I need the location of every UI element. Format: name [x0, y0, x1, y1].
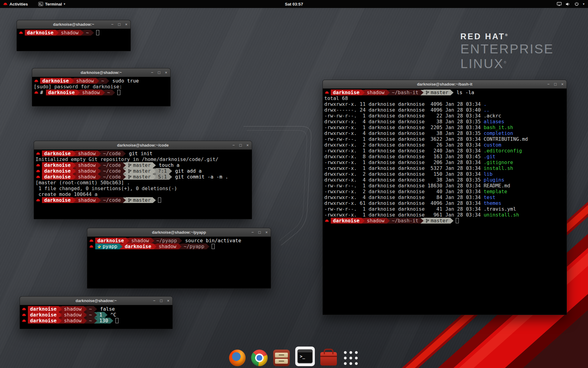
file-meta: -rwxrwxr-x. 1 darknoise darknoise 206 Ja… [324, 159, 484, 165]
terminal-content[interactable]: darknoiseshadow~/pyapp source bin/activa… [87, 237, 271, 288]
window-titlebar[interactable]: darknoise@shadow:~/code − □ × [34, 141, 252, 150]
terminal-content[interactable]: darknoiseshadow~/bash-itmaster ls -latot… [323, 89, 567, 315]
activities-button[interactable]: Activities [0, 0, 31, 8]
terminal-content[interactable]: darknoiseshadow~ [17, 29, 130, 51]
close-button[interactable]: × [246, 143, 249, 147]
file-meta: drwxrwxr-x. 2 darknoise darknoise 26 Jan… [324, 142, 484, 148]
minimize-button[interactable]: − [153, 299, 156, 303]
minimize-button[interactable]: − [232, 143, 235, 147]
prompt-segment-user: darknoise [42, 168, 73, 174]
command-text: ^C [107, 312, 116, 318]
terminal-icon[interactable]: >_ [297, 349, 313, 363]
redhat-icon [36, 198, 40, 202]
minimize-button[interactable]: − [251, 230, 254, 234]
terminal-window: darknoise@shadow:~ − □ × darknoiseshadow… [20, 296, 173, 329]
redhat-prompt-icon [89, 245, 95, 248]
redhat-icon [36, 152, 40, 155]
output-line: total 68 [324, 95, 567, 101]
maximize-button[interactable]: □ [239, 143, 242, 147]
file-manager-icon[interactable] [273, 350, 290, 366]
maximize-button[interactable]: □ [118, 22, 121, 26]
command-text: touch a [156, 162, 179, 168]
window-title: darknoise@shadow:~ [81, 70, 122, 75]
file-name: . [484, 101, 487, 107]
prompt-segment-user: darknoise [25, 30, 56, 36]
output-line: Initialized empty Git repository in /hom… [36, 156, 252, 162]
output-line: -rw-rw-r--. 1 darknoise darknoise 22 Jan… [324, 113, 567, 119]
terminal-app-icon [38, 2, 43, 6]
terminal-dock-highlight[interactable]: >_ [295, 347, 315, 366]
maximize-button[interactable]: □ [158, 71, 160, 75]
powerline-separator-icon [73, 168, 76, 174]
close-button[interactable]: × [265, 230, 268, 234]
prompt-segment-path: ~/code [101, 151, 123, 156]
maximize-button[interactable]: □ [160, 299, 163, 303]
brand-linux-text: LINUX® [460, 56, 554, 71]
powerline-separator-icon [420, 218, 424, 224]
terminal-content[interactable]: darknoiseshadow~/code git initInitialize… [34, 150, 252, 219]
prompt-segment-host: shadow [62, 318, 84, 324]
minimize-button[interactable]: − [111, 22, 114, 26]
prompt-segment-host: shadow [76, 197, 98, 203]
window-titlebar[interactable]: darknoise@shadow:~ − □ × [32, 68, 170, 77]
prompt-line: # darknoiseshadow~ [34, 90, 170, 95]
output-line: drwxrwxr-x. 2 darknoise darknoise 26 Jan… [324, 142, 567, 148]
prompt-segment-path: ~ [99, 78, 107, 84]
system-status-area[interactable]: ▾ [556, 0, 586, 8]
powerline-separator-icon [362, 218, 365, 224]
window-titlebar[interactable]: darknoise@shadow:~/bash-it − □ × [323, 80, 567, 89]
window-titlebar[interactable]: darknoise@shadow:~ − □ × [17, 20, 130, 29]
file-name: themes [484, 200, 501, 206]
redhat-icon [22, 319, 26, 323]
output-line: -rwxrwxr-x. 1 darknoise darknoise 240 Ja… [324, 148, 567, 154]
powerline-separator-icon [84, 312, 87, 318]
powerline-separator-icon [151, 238, 154, 243]
close-button[interactable]: × [561, 82, 564, 86]
terminal-content[interactable]: darknoiseshadow~ falsedarknoiseshadow~1 … [20, 305, 172, 329]
prompt-segment-host: shadow [62, 306, 84, 312]
output-text: total 68 [324, 95, 348, 101]
redhat-icon [36, 175, 40, 179]
prompt-segment-user: darknoise [28, 306, 59, 312]
firefox-icon[interactable] [229, 350, 246, 366]
maximize-button[interactable]: □ [258, 230, 261, 234]
window-title: darknoise@shadow:~/bash-it [417, 82, 473, 86]
redhat-prompt-icon [36, 152, 42, 155]
prompt-segment-user: darknoise [42, 151, 73, 156]
app-menu[interactable]: Terminal ▾ [36, 0, 68, 8]
window-titlebar[interactable]: darknoise@shadow:~/pyapp − □ × [87, 228, 271, 237]
powerline-separator-icon [94, 312, 97, 318]
close-button[interactable]: × [125, 22, 127, 26]
prompt-segment-path: ~/code [101, 162, 123, 168]
powerline-separator-icon [153, 174, 156, 180]
prompt-segment-host: shadow [76, 151, 98, 156]
display-status-icon[interactable] [557, 2, 562, 6]
toolbox-icon[interactable] [320, 352, 337, 366]
output-line: -rw-rw-r--. 1 darknoise darknoise 3622 J… [324, 136, 567, 142]
window-titlebar[interactable]: darknoise@shadow:~ − □ × [20, 297, 172, 305]
desktop[interactable]: { "top_bar": { "activities_label": "Acti… [0, 0, 588, 368]
terminal-content[interactable]: darknoiseshadow~ sudo true[sudo] passwor… [32, 77, 170, 106]
file-meta: -rwxrwxr-x. 1 darknoise darknoise 240 Ja… [324, 148, 484, 154]
minimize-button[interactable]: − [547, 82, 550, 86]
maximize-button[interactable]: □ [554, 82, 557, 86]
dock: >_ [229, 347, 359, 366]
clock[interactable]: Sat 03:57 [282, 0, 306, 8]
show-applications-icon[interactable] [342, 350, 359, 366]
prompt-segment-user: darknoise [95, 238, 126, 243]
power-icon[interactable] [575, 2, 579, 6]
file-name: custom [484, 142, 501, 148]
prompt-segment-user: darknoise [42, 174, 73, 180]
command-text: ls -la [454, 90, 474, 95]
output-text: [sudo] password for darknoise: [34, 84, 125, 90]
minimize-button[interactable]: − [151, 71, 153, 75]
chrome-icon[interactable] [251, 350, 268, 366]
redhat-prompt-icon [324, 219, 331, 223]
close-button[interactable]: × [167, 299, 169, 303]
prompt-segment-host: shadow [62, 312, 84, 318]
close-button[interactable]: × [165, 71, 167, 75]
powerline-separator-icon [153, 168, 156, 174]
cursor [117, 90, 120, 95]
prompt-line: darknoiseshadow~/bash-itmaster [324, 218, 567, 224]
volume-icon[interactable] [566, 2, 571, 6]
